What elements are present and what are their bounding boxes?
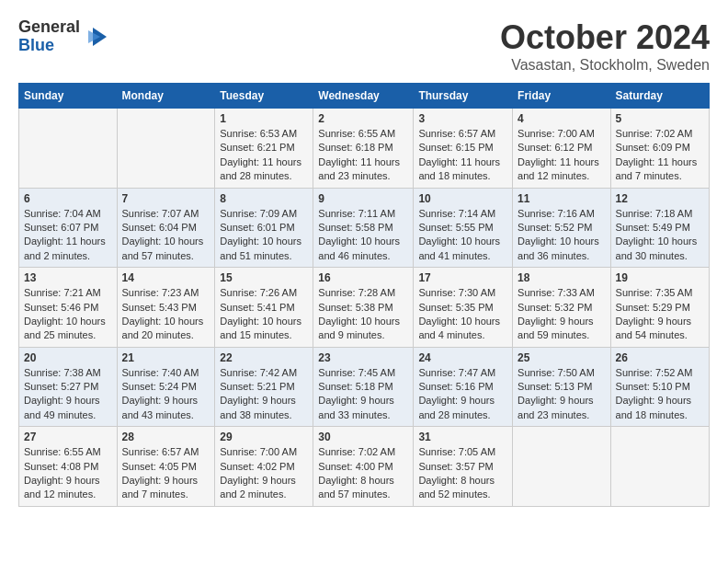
day-info: Sunrise: 7:16 AMSunset: 5:52 PMDaylight:…: [518, 207, 605, 264]
day-info: Sunrise: 6:53 AMSunset: 6:21 PMDaylight:…: [220, 127, 308, 184]
day-cell: 30Sunrise: 7:02 AMSunset: 4:00 PMDayligh…: [313, 427, 414, 507]
day-cell: 21Sunrise: 7:40 AMSunset: 5:24 PMDayligh…: [117, 347, 215, 427]
day-info: Sunrise: 7:02 AMSunset: 6:09 PMDaylight:…: [616, 127, 704, 184]
day-info: Sunrise: 6:55 AMSunset: 4:08 PMDaylight:…: [24, 445, 112, 502]
day-cell: 11Sunrise: 7:16 AMSunset: 5:52 PMDayligh…: [513, 188, 610, 268]
days-header-row: SundayMondayTuesdayWednesdayThursdayFrid…: [19, 84, 710, 109]
day-info: Sunrise: 7:14 AMSunset: 5:55 PMDaylight:…: [418, 207, 507, 264]
day-number: 23: [318, 351, 408, 364]
day-cell: 14Sunrise: 7:23 AMSunset: 5:43 PMDayligh…: [117, 268, 215, 348]
day-number: 6: [24, 192, 112, 205]
day-info: Sunrise: 7:07 AMSunset: 6:04 PMDaylight:…: [122, 207, 210, 264]
day-info: Sunrise: 7:00 AMSunset: 4:02 PMDaylight:…: [220, 445, 308, 502]
week-row-4: 20Sunrise: 7:38 AMSunset: 5:27 PMDayligh…: [19, 347, 710, 427]
day-header-saturday: Saturday: [610, 84, 709, 109]
week-row-3: 13Sunrise: 7:21 AMSunset: 5:46 PMDayligh…: [19, 268, 710, 348]
day-cell: 26Sunrise: 7:52 AMSunset: 5:10 PMDayligh…: [610, 347, 709, 427]
day-number: 24: [418, 351, 507, 364]
day-cell: 24Sunrise: 7:47 AMSunset: 5:16 PMDayligh…: [414, 347, 513, 427]
day-cell: [610, 427, 709, 507]
day-info: Sunrise: 7:45 AMSunset: 5:18 PMDaylight:…: [318, 366, 408, 423]
day-number: 19: [616, 271, 704, 284]
day-number: 30: [318, 431, 408, 443]
day-info: Sunrise: 7:04 AMSunset: 6:07 PMDaylight:…: [24, 207, 112, 264]
day-cell: 18Sunrise: 7:33 AMSunset: 5:32 PMDayligh…: [513, 268, 610, 348]
day-info: Sunrise: 6:57 AMSunset: 6:15 PMDaylight:…: [418, 127, 507, 184]
day-number: 12: [616, 192, 704, 205]
day-number: 27: [24, 431, 112, 443]
day-number: 16: [318, 271, 408, 284]
logo-general: General: [18, 18, 80, 37]
day-info: Sunrise: 7:00 AMSunset: 6:12 PMDaylight:…: [518, 127, 605, 184]
day-cell: 28Sunrise: 6:57 AMSunset: 4:05 PMDayligh…: [117, 427, 215, 507]
day-cell: 2Sunrise: 6:55 AMSunset: 6:18 PMDaylight…: [313, 109, 414, 189]
day-cell: 15Sunrise: 7:26 AMSunset: 5:41 PMDayligh…: [215, 268, 313, 348]
day-cell: 27Sunrise: 6:55 AMSunset: 4:08 PMDayligh…: [19, 427, 118, 507]
page-header: General Blue October 2024 Vasastan, Stoc…: [18, 18, 710, 74]
day-info: Sunrise: 7:09 AMSunset: 6:01 PMDaylight:…: [220, 207, 308, 264]
day-number: 8: [220, 192, 308, 205]
day-number: 15: [220, 271, 308, 284]
day-cell: 7Sunrise: 7:07 AMSunset: 6:04 PMDaylight…: [117, 188, 215, 268]
day-number: 2: [318, 112, 408, 125]
day-info: Sunrise: 7:02 AMSunset: 4:00 PMDaylight:…: [318, 445, 408, 502]
day-cell: 25Sunrise: 7:50 AMSunset: 5:13 PMDayligh…: [513, 347, 610, 427]
day-number: 9: [318, 192, 408, 205]
day-info: Sunrise: 7:38 AMSunset: 5:27 PMDaylight:…: [24, 366, 112, 423]
day-header-tuesday: Tuesday: [215, 84, 313, 109]
day-number: 5: [616, 112, 704, 125]
logo-blue: Blue: [18, 37, 80, 55]
day-cell: 10Sunrise: 7:14 AMSunset: 5:55 PMDayligh…: [414, 188, 513, 268]
day-number: 28: [122, 431, 210, 443]
month-title: October 2024: [500, 18, 710, 57]
day-cell: 29Sunrise: 7:00 AMSunset: 4:02 PMDayligh…: [215, 427, 313, 507]
week-row-2: 6Sunrise: 7:04 AMSunset: 6:07 PMDaylight…: [19, 188, 710, 268]
day-info: Sunrise: 7:26 AMSunset: 5:41 PMDaylight:…: [220, 286, 308, 343]
day-cell: 19Sunrise: 7:35 AMSunset: 5:29 PMDayligh…: [610, 268, 709, 348]
day-cell: 13Sunrise: 7:21 AMSunset: 5:46 PMDayligh…: [19, 268, 118, 348]
day-info: Sunrise: 7:18 AMSunset: 5:49 PMDaylight:…: [616, 207, 704, 264]
day-header-friday: Friday: [513, 84, 610, 109]
day-info: Sunrise: 7:52 AMSunset: 5:10 PMDaylight:…: [616, 366, 704, 423]
day-number: 10: [418, 192, 507, 205]
day-number: 14: [122, 271, 210, 284]
day-number: 4: [518, 112, 605, 125]
day-info: Sunrise: 7:35 AMSunset: 5:29 PMDaylight:…: [616, 286, 704, 343]
day-header-monday: Monday: [117, 84, 215, 109]
day-info: Sunrise: 7:42 AMSunset: 5:21 PMDaylight:…: [220, 366, 308, 423]
day-info: Sunrise: 7:28 AMSunset: 5:38 PMDaylight:…: [318, 286, 408, 343]
day-cell: 20Sunrise: 7:38 AMSunset: 5:27 PMDayligh…: [19, 347, 118, 427]
day-number: 25: [518, 351, 605, 364]
day-number: 26: [616, 351, 704, 364]
day-cell: 5Sunrise: 7:02 AMSunset: 6:09 PMDaylight…: [610, 109, 709, 189]
day-number: 13: [24, 271, 112, 284]
day-info: Sunrise: 6:57 AMSunset: 4:05 PMDaylight:…: [122, 445, 210, 502]
day-info: Sunrise: 7:23 AMSunset: 5:43 PMDaylight:…: [122, 286, 210, 343]
day-info: Sunrise: 7:33 AMSunset: 5:32 PMDaylight:…: [518, 286, 605, 343]
day-info: Sunrise: 7:21 AMSunset: 5:46 PMDaylight:…: [24, 286, 112, 343]
logo: General Blue: [18, 18, 111, 55]
day-number: 18: [518, 271, 605, 284]
day-cell: 8Sunrise: 7:09 AMSunset: 6:01 PMDaylight…: [215, 188, 313, 268]
day-number: 17: [418, 271, 507, 284]
day-cell: [117, 109, 215, 189]
day-number: 22: [220, 351, 308, 364]
day-cell: 4Sunrise: 7:00 AMSunset: 6:12 PMDaylight…: [513, 109, 610, 189]
day-number: 11: [518, 192, 605, 205]
day-cell: [19, 109, 118, 189]
location: Vasastan, Stockholm, Sweden: [500, 57, 710, 74]
day-number: 1: [220, 112, 308, 125]
day-cell: 12Sunrise: 7:18 AMSunset: 5:49 PMDayligh…: [610, 188, 709, 268]
day-cell: 6Sunrise: 7:04 AMSunset: 6:07 PMDaylight…: [19, 188, 118, 268]
day-info: Sunrise: 7:05 AMSunset: 3:57 PMDaylight:…: [418, 445, 507, 502]
day-number: 29: [220, 431, 308, 443]
day-number: 20: [24, 351, 112, 364]
week-row-5: 27Sunrise: 6:55 AMSunset: 4:08 PMDayligh…: [19, 427, 710, 507]
day-header-wednesday: Wednesday: [313, 84, 414, 109]
day-cell: 9Sunrise: 7:11 AMSunset: 5:58 PMDaylight…: [313, 188, 414, 268]
day-number: 31: [418, 431, 507, 443]
day-cell: [513, 427, 610, 507]
day-info: Sunrise: 7:50 AMSunset: 5:13 PMDaylight:…: [518, 366, 605, 423]
day-info: Sunrise: 6:55 AMSunset: 6:18 PMDaylight:…: [318, 127, 408, 184]
day-cell: 31Sunrise: 7:05 AMSunset: 3:57 PMDayligh…: [414, 427, 513, 507]
